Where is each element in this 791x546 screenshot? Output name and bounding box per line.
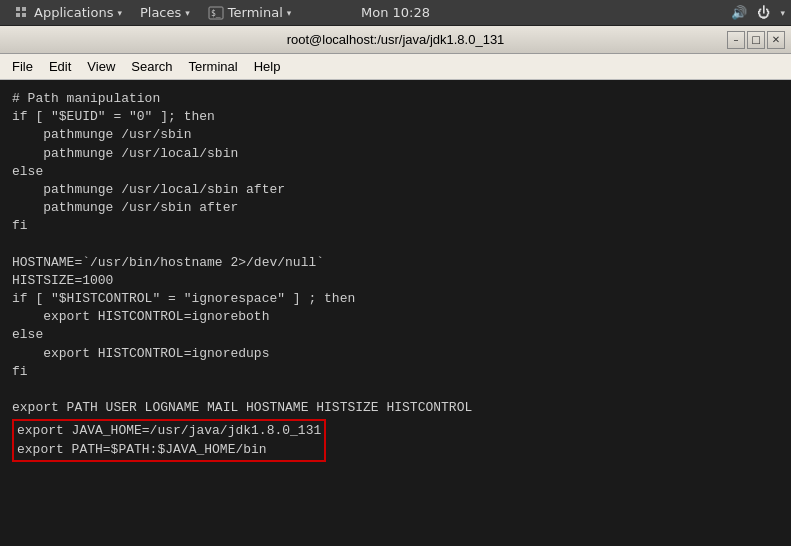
- system-bar: Applications ▾ Places ▾ $_ Terminal ▾ Mo…: [0, 0, 791, 26]
- menu-view[interactable]: View: [79, 57, 123, 76]
- highlighted-code: export JAVA_HOME=/usr/java/jdk1.8.0_131 …: [17, 422, 321, 458]
- places-label: Places: [140, 5, 181, 20]
- title-bar: root@localhost:/usr/java/jdk1.8.0_131 – …: [0, 26, 791, 54]
- terminal-window: root@localhost:/usr/java/jdk1.8.0_131 – …: [0, 26, 791, 546]
- system-bar-left: Applications ▾ Places ▾ $_ Terminal ▾: [6, 3, 299, 23]
- applications-arrow: ▾: [117, 8, 122, 18]
- minimize-button[interactable]: –: [727, 31, 745, 49]
- window-title: root@localhost:/usr/java/jdk1.8.0_131: [287, 32, 505, 47]
- menu-bar: File Edit View Search Terminal Help: [0, 54, 791, 80]
- window-controls: – □ ✕: [727, 31, 785, 49]
- highlighted-export-block: export JAVA_HOME=/usr/java/jdk1.8.0_131 …: [12, 419, 779, 461]
- menu-search[interactable]: Search: [123, 57, 180, 76]
- terminal-menu[interactable]: $_ Terminal ▾: [200, 3, 299, 23]
- svg-rect-1: [22, 7, 26, 11]
- menu-file[interactable]: File: [4, 57, 41, 76]
- svg-rect-3: [22, 13, 26, 17]
- terminal-label: Terminal: [228, 5, 283, 20]
- power-icon[interactable]: ⏻: [757, 5, 770, 20]
- highlight-border: export JAVA_HOME=/usr/java/jdk1.8.0_131 …: [12, 419, 326, 461]
- applications-icon: [14, 5, 30, 21]
- menu-help[interactable]: Help: [246, 57, 289, 76]
- svg-rect-2: [16, 13, 20, 17]
- system-bar-right: 🔊 ⏻ ▾: [731, 5, 785, 20]
- places-arrow: ▾: [185, 8, 190, 18]
- maximize-button[interactable]: □: [747, 31, 765, 49]
- system-time: Mon 10:28: [361, 5, 430, 20]
- power-arrow[interactable]: ▾: [780, 8, 785, 18]
- applications-menu[interactable]: Applications ▾: [6, 3, 130, 23]
- svg-rect-0: [16, 7, 20, 11]
- places-menu[interactable]: Places ▾: [132, 3, 198, 22]
- menu-terminal[interactable]: Terminal: [181, 57, 246, 76]
- terminal-content[interactable]: # Path manipulation if [ "$EUID" = "0" ]…: [0, 80, 791, 546]
- applications-label: Applications: [34, 5, 113, 20]
- svg-text:$_: $_: [211, 9, 221, 18]
- menu-edit[interactable]: Edit: [41, 57, 79, 76]
- terminal-arrow: ▾: [287, 8, 292, 18]
- volume-icon[interactable]: 🔊: [731, 5, 747, 20]
- terminal-code: # Path manipulation if [ "$EUID" = "0" ]…: [12, 90, 779, 417]
- terminal-icon: $_: [208, 5, 224, 21]
- close-button[interactable]: ✕: [767, 31, 785, 49]
